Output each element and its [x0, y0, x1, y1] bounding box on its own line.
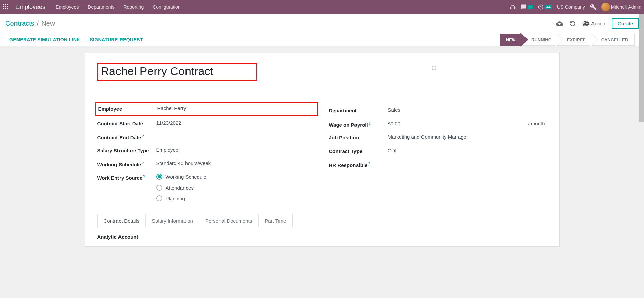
tab-contract-details[interactable]: Contract Details: [97, 214, 146, 227]
work-source-row: Work Entry Source? Working Schedule Atte…: [97, 171, 315, 204]
breadcrumb-current: New: [41, 20, 55, 27]
breadcrumb-contracts[interactable]: Contracts: [5, 20, 34, 27]
presence-indicator-icon: [432, 66, 436, 70]
radio-attendances[interactable]: Attendances: [156, 185, 315, 191]
top-navbar: Employees Employees Departments Reportin…: [0, 0, 644, 14]
generate-simulation-link[interactable]: GENERATE SIMULATION LINK: [9, 37, 80, 42]
activities-button[interactable]: 44: [538, 4, 552, 10]
position-row: Job Position Marketing and Community Man…: [329, 131, 547, 145]
radio-working-schedule[interactable]: Working Schedule: [156, 174, 315, 180]
breadcrumb: Contracts / New: [5, 20, 55, 27]
end-date-label: Contract End Date?: [97, 133, 156, 140]
radio-planning[interactable]: Planning: [156, 195, 315, 201]
voip-icon[interactable]: [510, 4, 516, 10]
create-button[interactable]: Create: [612, 18, 639, 29]
vertical-scrollbar[interactable]: [639, 14, 644, 260]
schedule-field[interactable]: Standard 40 hours/week: [156, 160, 315, 166]
scrollbar-thumb[interactable]: [639, 14, 644, 122]
svg-rect-1: [514, 8, 515, 9]
help-icon[interactable]: ?: [142, 134, 144, 138]
apps-menu-icon[interactable]: [3, 4, 9, 10]
structure-row: Salary Structure Type Employee: [97, 144, 315, 158]
tab-part-time[interactable]: Part Time: [258, 214, 293, 227]
wage-field[interactable]: $0.00: [388, 121, 528, 126]
action-dropdown[interactable]: Action: [582, 21, 605, 26]
hr-responsible-row: HR Responsible?: [329, 158, 547, 172]
action-bar: GENERATE SIMULATION LINK SIGNATURE REQUE…: [0, 33, 644, 46]
help-icon[interactable]: ?: [142, 161, 144, 165]
department-row: Department Sales: [329, 104, 547, 118]
messages-button[interactable]: 5: [520, 4, 533, 10]
contract-type-label: Contract Type: [329, 147, 388, 154]
work-source-label: Work Entry Source?: [97, 174, 156, 181]
messages-badge: 5: [528, 5, 533, 9]
help-icon[interactable]: ?: [369, 121, 371, 125]
cloud-save-icon[interactable]: [556, 20, 563, 27]
start-date-row: Contract Start Date 11/23/2022: [97, 117, 315, 131]
activities-badge: 44: [545, 5, 552, 9]
employee-label: Employee: [98, 105, 157, 112]
contract-type-row: Contract Type CDI: [329, 145, 547, 158]
help-icon[interactable]: ?: [368, 162, 370, 166]
wage-suffix: / month: [528, 121, 547, 126]
hr-responsible-label: HR Responsible?: [329, 161, 388, 168]
position-label: Job Position: [329, 134, 388, 140]
structure-field[interactable]: Employee: [156, 147, 315, 153]
status-cancelled[interactable]: CANCELLED: [592, 34, 635, 46]
svg-rect-0: [510, 8, 511, 9]
discard-icon[interactable]: [570, 21, 576, 27]
structure-label: Salary Structure Type: [97, 147, 156, 153]
user-avatar: [601, 3, 610, 11]
form-sheet: Rachel Perry Contract Employee Rachel Pe…: [85, 53, 560, 247]
employee-row: Employee Rachel Perry: [95, 102, 318, 116]
schedule-label: Working Schedule?: [97, 160, 156, 167]
wage-row: Wage on Payroll? $0.00 / month: [329, 118, 547, 131]
debug-icon[interactable]: [590, 4, 597, 10]
control-bar: Contracts / New Action Create: [0, 14, 644, 33]
department-field[interactable]: Sales: [388, 107, 547, 113]
status-bar: NEW RUNNING EXPIRED CANCELLED: [500, 34, 635, 46]
nav-departments[interactable]: Departments: [86, 2, 116, 12]
content-area: Rachel Perry Contract Employee Rachel Pe…: [0, 46, 644, 260]
app-title[interactable]: Employees: [15, 4, 45, 11]
company-selector[interactable]: US Company: [557, 4, 585, 10]
radio-icon: [156, 174, 162, 180]
department-label: Department: [329, 107, 388, 113]
radio-icon: [156, 185, 162, 191]
signature-request-link[interactable]: SIGNATURE REQUEST: [90, 37, 143, 42]
nav-reporting[interactable]: Reporting: [121, 2, 146, 12]
position-field[interactable]: Marketing and Community Manager: [388, 134, 547, 140]
start-date-field[interactable]: 11/23/2022: [156, 120, 315, 126]
tab-personal-documents[interactable]: Personal Documents: [199, 214, 259, 227]
left-column: Employee Rachel Perry Contract Start Dat…: [97, 104, 315, 204]
start-date-label: Contract Start Date: [97, 120, 156, 126]
nav-employees[interactable]: Employees: [54, 2, 81, 12]
nav-configuration[interactable]: Configuration: [150, 2, 182, 12]
notebook-tabs: Contract Details Salary Information Pers…: [97, 214, 547, 227]
work-source-radio-group: Working Schedule Attendances Planning: [156, 174, 315, 201]
help-icon[interactable]: ?: [143, 174, 145, 178]
contract-name-field[interactable]: Rachel Perry Contract: [97, 63, 257, 81]
employee-field[interactable]: Rachel Perry: [157, 105, 314, 111]
wage-label: Wage on Payroll?: [329, 121, 388, 128]
tab-content: Analytic Account: [97, 227, 547, 240]
radio-icon: [156, 195, 162, 201]
user-menu[interactable]: Mitchell Admin: [601, 3, 641, 11]
analytic-account-label: Analytic Account: [97, 234, 547, 240]
right-column: Department Sales Wage on Payroll? $0.00 …: [329, 104, 547, 204]
contract-type-field[interactable]: CDI: [388, 147, 547, 153]
user-name: Mitchell Admin: [611, 4, 641, 10]
schedule-row: Working Schedule? Standard 40 hours/week: [97, 158, 315, 171]
end-date-row: Contract End Date?: [97, 131, 315, 144]
status-new[interactable]: NEW: [500, 34, 522, 46]
contract-name-value: Rachel Perry Contract: [101, 65, 213, 77]
tab-salary-information[interactable]: Salary Information: [145, 214, 199, 227]
